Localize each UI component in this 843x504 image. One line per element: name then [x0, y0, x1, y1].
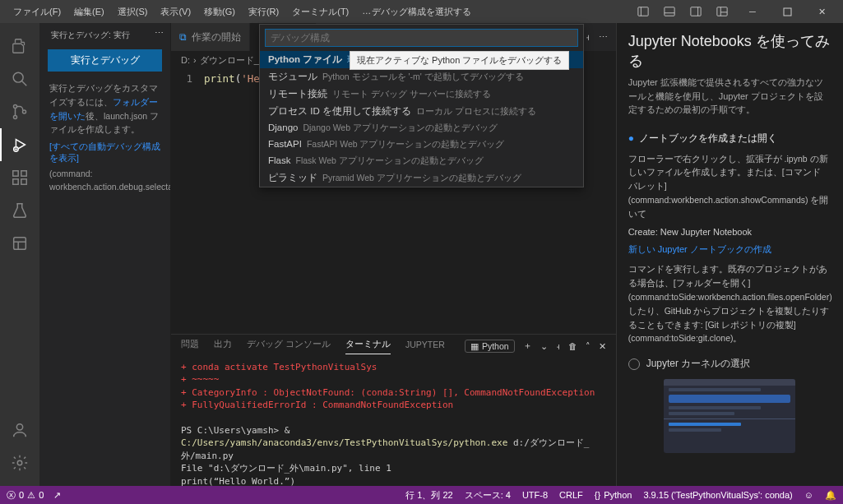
terminal-dropdown-icon[interactable]: ⌄: [540, 341, 548, 351]
terminal-line: [181, 412, 606, 424]
quickpick-item[interactable]: プロセス ID を使用して接続するローカル プロセスに接続する: [260, 103, 583, 120]
run-debug-icon[interactable]: [0, 128, 39, 161]
menu-selection[interactable]: 選択(S): [111, 2, 155, 21]
testing-icon[interactable]: [0, 194, 39, 227]
walkthrough-step2: コマンドを実行します。既存のプロジェクトがある場合は、[フォルダーを開く] (c…: [628, 262, 831, 345]
source-control-icon[interactable]: [0, 95, 39, 128]
tab-welcome[interactable]: ⧉ 作業の開始: [171, 23, 250, 51]
svg-rect-2: [665, 7, 674, 16]
quickpick-item[interactable]: リモート接続リモート デバッグ サーバーに接続する: [260, 86, 583, 103]
debug-config-quickpick: Python ファイル現在アクティブな Python ファイルをデバッグするモジ…: [259, 24, 584, 187]
accounts-icon[interactable]: [0, 414, 39, 446]
run-debug-sidebar: 実行とデバッグ: 実行 ⋯ 実行とデバッグ 実行とデバッグをカスタマイズするには…: [39, 23, 171, 486]
status-notifications-icon[interactable]: 🔔: [825, 490, 836, 501]
terminal-kind[interactable]: ▦Python: [465, 340, 515, 353]
brackets-icon: {}: [595, 490, 600, 500]
explorer-icon[interactable]: [0, 30, 39, 62]
maximize-button[interactable]: [772, 0, 802, 23]
menu-bar: ファイル(F) 編集(E) 選択(S) 表示(V) 移動(G) 実行(R) ター…: [7, 2, 377, 21]
run-and-debug-button[interactable]: 実行とデバッグ: [48, 49, 162, 72]
panel-tab-jupyter[interactable]: JUPYTER: [405, 340, 445, 353]
status-encoding[interactable]: UTF-8: [522, 490, 548, 500]
sidebar-title: 実行とデバッグ: 実行: [44, 28, 165, 43]
split-editor-icon[interactable]: ⫞: [586, 32, 591, 43]
panel-close-icon[interactable]: ✕: [599, 341, 606, 351]
terminal-line: + CategoryInfo : ObjectNotFound: (conda:…: [181, 386, 606, 399]
jupyter-variables-icon[interactable]: [0, 227, 39, 260]
editor-more-icon[interactable]: ⋯: [599, 32, 608, 43]
svg-rect-9: [784, 8, 791, 16]
terminal-body[interactable]: + conda activate TestPythonVitualSys+ ~~…: [171, 358, 616, 486]
minimize-button[interactable]: ─: [738, 0, 767, 23]
warning-icon: ⚠: [27, 490, 35, 501]
layout-panel-right-icon[interactable]: [687, 2, 705, 21]
status-live-share[interactable]: ↗: [53, 490, 61, 501]
error-icon: ⓧ: [7, 489, 16, 502]
kill-terminal-icon[interactable]: 🗑: [568, 341, 577, 351]
svg-point-10: [13, 72, 23, 82]
status-bar: ⓧ0⚠0 ↗ 行 1、列 22 スペース: 4 UTF-8 CRLF {}Pyt…: [0, 486, 843, 504]
create-notebook-link[interactable]: 新しい Jupyter ノートブックの作成: [628, 243, 831, 256]
vscode-icon: ⧉: [179, 32, 187, 43]
sidebar-help-text: 実行とデバッグをカスタマイズするには、フォルダーを開いた後、launch.jso…: [44, 78, 165, 140]
svg-rect-20: [21, 171, 26, 176]
status-errors[interactable]: ⓧ0⚠0: [7, 489, 44, 502]
walkthrough-command: Create: New Jupyter Notebook: [628, 227, 831, 237]
status-indent[interactable]: スペース: 4: [465, 489, 511, 502]
quickpick-input[interactable]: [265, 29, 578, 47]
svg-point-25: [16, 424, 22, 430]
sidebar-more-icon[interactable]: ⋯: [155, 28, 164, 39]
menu-go[interactable]: 移動(G): [197, 2, 242, 21]
split-terminal-icon[interactable]: ⫞: [556, 341, 560, 351]
show-all-debug-configs-link[interactable]: [すべての自動デバッグ構成を表示]: [44, 140, 165, 166]
layout-panel-left-icon[interactable]: [634, 2, 652, 21]
broadcast-icon: ↗: [53, 490, 61, 501]
walkthrough-title: Jupyter Notebooks を使ってみる: [628, 31, 831, 71]
quickpick-item[interactable]: DjangoDjango Web アプリケーションの起動とデバッグ: [260, 120, 583, 136]
bottom-panel: 問題 出力 デバッグ コンソール ターミナル JUPYTER ▦Python ＋…: [171, 334, 616, 486]
svg-point-26: [17, 460, 22, 465]
panel-tab-terminal[interactable]: ターミナル: [345, 339, 391, 354]
settings-icon[interactable]: [0, 446, 39, 479]
layout-customize-icon[interactable]: [713, 2, 731, 21]
terminal-line: print(“Hello World.”): [181, 475, 606, 486]
search-icon[interactable]: [0, 62, 39, 95]
status-feedback-icon[interactable]: ☺: [804, 490, 813, 500]
svg-rect-19: [21, 179, 26, 184]
menu-terminal[interactable]: ターミナル(T): [285, 2, 355, 21]
extensions-icon[interactable]: [0, 161, 39, 194]
terminal-line: + conda activate TestPythonVitualSys: [181, 361, 606, 373]
quickpick-item[interactable]: FastAPIFastAPI Web アプリケーションの起動とデバッグ: [260, 136, 583, 153]
svg-point-13: [13, 115, 16, 118]
svg-line-11: [22, 81, 27, 86]
status-language[interactable]: {}Python: [595, 490, 632, 500]
svg-rect-6: [717, 7, 727, 16]
menu-run[interactable]: 実行(R): [242, 2, 285, 21]
new-terminal-icon[interactable]: ＋: [523, 340, 532, 352]
radio-icon: [628, 358, 640, 370]
svg-point-14: [22, 110, 25, 113]
tab-label: 作業の開始: [192, 31, 241, 44]
menu-edit[interactable]: 編集(E): [67, 2, 111, 21]
panel-maximize-icon[interactable]: ˄: [586, 341, 591, 351]
panel-tab-output[interactable]: 出力: [214, 339, 232, 354]
kernel-select-step[interactable]: Jupyter カーネルの選択: [628, 357, 831, 371]
status-cursor[interactable]: 行 1、列 22: [405, 489, 452, 502]
panel-tabs: 問題 出力 デバッグ コンソール ターミナル JUPYTER ▦Python ＋…: [171, 335, 616, 358]
walkthrough-panel: Jupyter Notebooks を使ってみる Jupyter 拡張機能で提供…: [616, 23, 843, 486]
layout-panel-bottom-icon[interactable]: [660, 2, 679, 21]
status-eol[interactable]: CRLF: [559, 490, 583, 500]
quickpick-item[interactable]: モジュールPython モジュールを '-m' で起動してデバッグする: [260, 68, 583, 86]
status-interpreter[interactable]: 3.9.15 ('TestPythonVitualSys': conda): [643, 490, 792, 500]
panel-tab-problems[interactable]: 問題: [181, 339, 199, 354]
panel-tab-debugconsole[interactable]: デバッグ コンソール: [247, 339, 331, 354]
close-button[interactable]: ✕: [807, 0, 836, 23]
quickpick-item[interactable]: FlaskFlask Web アプリケーションの起動とデバッグ: [260, 153, 583, 169]
menu-file[interactable]: ファイル(F): [7, 2, 67, 21]
svg-rect-17: [13, 171, 18, 176]
quickpick-item[interactable]: ピラミッドPyramid Web アプリケーションの起動とデバッグ: [260, 169, 583, 187]
menu-view[interactable]: 表示(V): [154, 2, 197, 21]
svg-rect-22: [14, 238, 26, 250]
window-title: デバッグ構成を選択する: [372, 6, 471, 18]
walkthrough-preview-image: [664, 379, 795, 453]
